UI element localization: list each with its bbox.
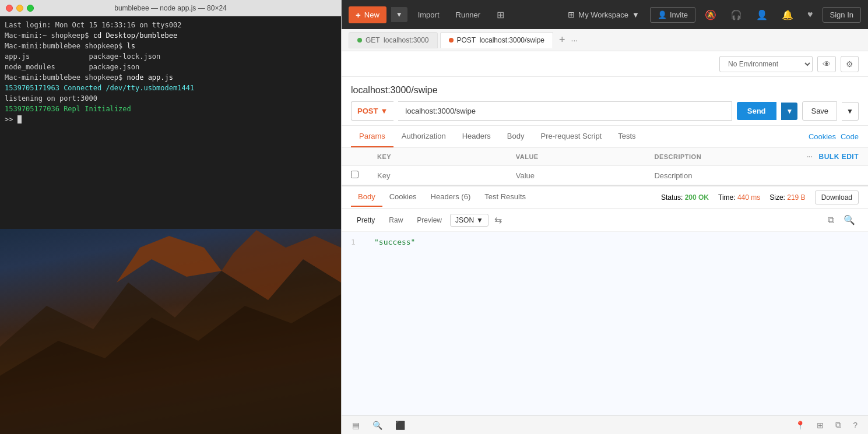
line-number: 1 — [351, 238, 363, 246]
tab-get[interactable]: GET localhost:3000 — [349, 32, 438, 48]
tab-post-label: POST localhost:3000/swipe — [457, 36, 545, 44]
more-icon[interactable]: ··· — [806, 153, 813, 160]
value-input[interactable] — [516, 171, 636, 180]
value-cell[interactable] — [507, 166, 645, 185]
heart-icon[interactable]: ♥ — [803, 6, 818, 23]
response-body: 1 "success" — [342, 232, 868, 415]
save-button[interactable]: Save — [802, 101, 837, 121]
format-type-label: JSON — [455, 216, 474, 224]
format-preview[interactable]: Preview — [411, 214, 448, 227]
terminal-line: app.js package-lock.json — [5, 51, 336, 62]
eye-icon-button[interactable]: 👁 — [817, 56, 836, 72]
request-tabs: Params Authorization Headers Body Pre-re… — [342, 126, 868, 148]
add-tab-button[interactable]: + — [556, 34, 569, 46]
location-icon-button[interactable]: 📍 — [792, 418, 809, 432]
method-select[interactable]: POST ▼ — [351, 101, 393, 121]
new-dropdown-button[interactable]: ▼ — [391, 7, 407, 22]
res-tab-test-results[interactable]: Test Results — [477, 188, 533, 207]
layout-icon-button[interactable]: ⊞ — [813, 418, 827, 432]
params-table: KEY VALUE DESCRIPTION ··· Bulk Edit — [342, 148, 868, 185]
search-icon-button[interactable]: 🔍 — [840, 212, 859, 228]
format-pretty[interactable]: Pretty — [351, 214, 381, 227]
bell-icon[interactable]: 🔔 — [777, 6, 798, 24]
layout-button[interactable]: ⊞ — [491, 6, 510, 24]
new-button[interactable]: + New — [349, 6, 386, 23]
response-value: "success" — [374, 238, 415, 246]
terminal-line: >> — [5, 114, 336, 125]
response-section: Body Cookies Headers (6) Test Results St… — [342, 186, 868, 415]
headset-icon[interactable]: 🎧 — [726, 6, 747, 24]
method-label: POST — [357, 107, 378, 115]
bottom-bar: ▤ 🔍 ⬛ 📍 ⊞ ⧉ ? — [342, 415, 868, 434]
sidebar-icon-button[interactable]: ▤ — [349, 419, 363, 432]
key-cell[interactable] — [368, 166, 507, 185]
url-input[interactable] — [398, 101, 732, 121]
tab-authorization[interactable]: Authorization — [393, 126, 454, 147]
runner-button[interactable]: Runner — [450, 7, 487, 23]
request-section: localhost:3000/swipe POST ▼ Send ▼ Save … — [342, 77, 868, 126]
download-button[interactable]: Download — [815, 190, 859, 204]
import-button[interactable]: Import — [412, 7, 445, 23]
console-icon-button[interactable]: ⬛ — [392, 419, 409, 432]
description-input[interactable] — [654, 171, 774, 180]
key-input[interactable] — [377, 171, 497, 180]
more-tabs-button[interactable]: ··· — [571, 36, 578, 45]
cookies-link[interactable]: Cookies — [809, 132, 836, 141]
terminal-line: Mac-mini:~ shopkeep$ cd Desktop/bumblebe… — [5, 30, 336, 41]
bulk-edit-link[interactable]: Bulk Edit — [819, 153, 859, 161]
post-dot — [449, 38, 454, 43]
tab-headers[interactable]: Headers — [454, 126, 499, 147]
notification-off-icon[interactable]: 🔕 — [700, 6, 721, 24]
actions-header: ··· Bulk Edit — [783, 148, 868, 166]
send-button[interactable]: Send — [737, 102, 776, 120]
person-icon: 👤 — [658, 10, 667, 19]
split-icon-button[interactable]: ⧉ — [832, 418, 845, 432]
terminal-line: listening on port:3000 — [5, 93, 336, 104]
row-checkbox[interactable] — [351, 171, 359, 178]
row-actions-cell — [783, 166, 868, 185]
help-icon-button[interactable]: ? — [849, 418, 861, 432]
size-label: Size: 219 B — [769, 193, 805, 202]
copy-icon-button[interactable]: ⧉ — [824, 212, 838, 228]
send-dropdown-button[interactable]: ▼ — [781, 103, 798, 120]
workspace-button[interactable]: ⊞ My Workspace ▼ — [562, 6, 645, 23]
res-tab-headers[interactable]: Headers (6) — [424, 188, 478, 207]
terminal-body[interactable]: Last login: Mon Oct 15 16:33:16 on ttys0… — [0, 16, 341, 229]
res-tab-body[interactable]: Body — [351, 188, 382, 207]
find-icon-button[interactable]: 🔍 — [369, 419, 386, 432]
res-tab-cookies[interactable]: Cookies — [382, 188, 424, 207]
tab-params[interactable]: Params — [351, 126, 393, 147]
user-icon[interactable]: 👤 — [751, 6, 772, 24]
tab-pre-request-script[interactable]: Pre-request Script — [532, 126, 610, 147]
time-label: Time: 440 ms — [718, 193, 760, 202]
terminal-line: Last login: Mon Oct 15 16:33:16 on ttys0… — [5, 20, 336, 30]
environment-select[interactable]: No Environment — [719, 56, 813, 72]
save-dropdown-button[interactable]: ▼ — [842, 102, 859, 121]
env-bar: No Environment 👁 ⚙ — [342, 51, 868, 77]
request-bar: POST ▼ Send ▼ Save ▼ — [351, 101, 859, 121]
description-cell[interactable] — [645, 166, 783, 185]
tab-tests[interactable]: Tests — [610, 126, 644, 147]
maximize-button[interactable] — [27, 5, 34, 12]
tab-post[interactable]: POST localhost:3000/swipe — [440, 32, 554, 48]
terminal-window: bumblebee — node app.js — 80×24 Last log… — [0, 0, 341, 434]
time-value: 440 ms — [737, 193, 760, 202]
settings-icon-button[interactable]: ⚙ — [841, 56, 859, 72]
format-raw[interactable]: Raw — [383, 214, 409, 227]
signin-button[interactable]: Sign In — [823, 7, 861, 23]
request-title: localhost:3000/swipe — [351, 85, 859, 96]
minimize-button[interactable] — [16, 5, 23, 12]
code-link[interactable]: Code — [841, 132, 859, 141]
tab-body[interactable]: Body — [499, 126, 533, 147]
wrap-icon-button[interactable]: ⇆ — [491, 212, 505, 228]
chevron-down-icon: ▼ — [632, 10, 639, 19]
bottom-right: 📍 ⊞ ⧉ ? — [792, 418, 861, 432]
wallpaper — [0, 229, 341, 435]
row-checkbox-cell — [342, 166, 368, 185]
terminal-line: node_modules package.json — [5, 62, 336, 72]
format-type-select[interactable]: JSON ▼ — [450, 214, 489, 227]
invite-button[interactable]: 👤 Invite — [650, 7, 695, 23]
response-toolbar: Pretty Raw Preview JSON ▼ ⇆ ⧉ 🔍 — [342, 209, 868, 232]
close-button[interactable] — [6, 5, 13, 12]
terminal-titlebar: bumblebee — node app.js — 80×24 — [0, 0, 341, 16]
